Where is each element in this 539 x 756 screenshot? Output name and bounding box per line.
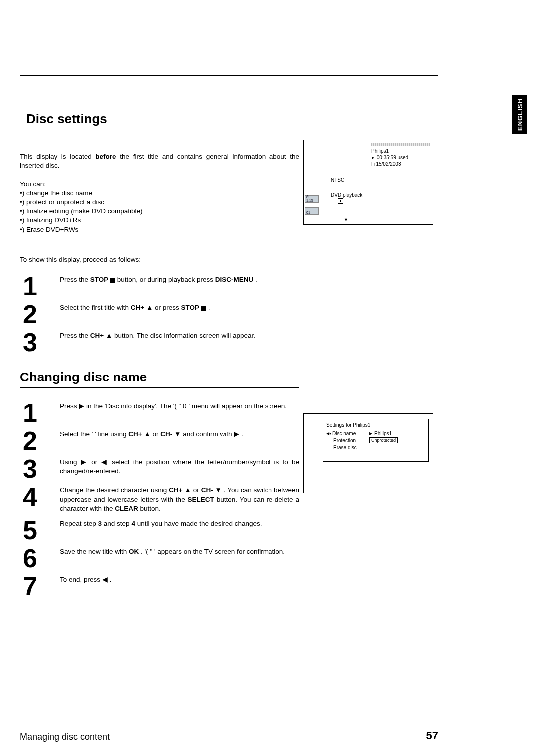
youcan-label: You can: bbox=[20, 180, 299, 189]
cursor-icon: ◀▾ bbox=[326, 431, 331, 436]
bullet-list: You can: •) change the disc name•) prote… bbox=[20, 180, 299, 234]
step-text: Save the new title with OK . '( " ' appe… bbox=[60, 546, 299, 556]
step: 3Press the CH+ ▲ button. The disc inform… bbox=[23, 330, 299, 353]
steps-list-b: 1Press ▶ in the 'Disc info display'. The… bbox=[23, 401, 299, 598]
fig1-thumb-time: 1:15 bbox=[305, 195, 319, 203]
fig2-label: Protection bbox=[333, 438, 356, 443]
fig1-date: Fr15/02/2003 bbox=[371, 161, 430, 167]
step-number: 2 bbox=[23, 430, 51, 452]
fig1-dvd-playback: DVD playback bbox=[331, 192, 362, 198]
step-text: To end, press ◀ . bbox=[60, 574, 299, 584]
arrow-right-icon: ▶ bbox=[369, 431, 372, 436]
disc-info-figure: NTSC DVD playback 1:15 01 ▼ Philips1 ▶ 0… bbox=[303, 140, 433, 225]
settings-menu-figure: Settings for Philips1 ◀▾Disc name▶Philip… bbox=[303, 413, 433, 493]
step-text: Press ▶ in the 'Disc info display'. The … bbox=[60, 401, 299, 411]
fig2-header: Settings for Philips1 bbox=[326, 422, 425, 428]
step: 2Select the first title with CH+ ▲ or pr… bbox=[23, 302, 299, 325]
step: 2Select the ' ' line using CH+ ▲ or CH- … bbox=[23, 429, 299, 452]
footer-chapter: Managing disc content bbox=[20, 732, 110, 742]
step-text: Repeat step 3 and step 4 until you have … bbox=[60, 518, 299, 528]
step: 1Press ▶ in the 'Disc info display'. The… bbox=[23, 401, 299, 424]
step-number: 6 bbox=[23, 547, 51, 569]
section-title: Disc settings bbox=[26, 110, 293, 128]
fig2-value: Philips1 bbox=[374, 431, 392, 436]
bullet-item: •) finalizing DVD+Rs bbox=[20, 216, 299, 225]
bullet-item: •) protect or unprotect a disc bbox=[20, 198, 299, 207]
step: 5Repeat step 3 and step 4 until you have… bbox=[23, 518, 299, 541]
fig2-row: Erase disc bbox=[326, 444, 425, 451]
step: 1Press the STOP button, or during playba… bbox=[23, 274, 299, 297]
step-number: 3 bbox=[23, 331, 51, 353]
step: 4Change the desired character using CH+ … bbox=[23, 485, 299, 513]
stop-icon bbox=[201, 306, 206, 311]
step-number: 4 bbox=[23, 486, 51, 508]
step-number: 1 bbox=[23, 275, 51, 297]
section2-title: Changing disc name bbox=[20, 369, 299, 388]
bullet-item: •) change the disc name bbox=[20, 189, 299, 198]
fig2-label: Disc name bbox=[332, 431, 356, 436]
step-number: 1 bbox=[23, 402, 51, 424]
section-title-box: Disc settings bbox=[20, 105, 299, 135]
bullet-item: •) finalize editing (make DVD compatible… bbox=[20, 207, 299, 216]
fig1-disc-name: Philips1 bbox=[371, 148, 430, 154]
step-text: Select the ' ' line using CH+ ▲ or CH- ▼… bbox=[60, 429, 299, 439]
step-number: 3 bbox=[23, 458, 51, 480]
step-text: Select the first title with CH+ ▲ or pre… bbox=[60, 302, 299, 312]
bullet-item: •) Erase DVD+RWs bbox=[20, 225, 299, 234]
fig1-thumb-index: 01 bbox=[305, 207, 319, 215]
step: 3Using ▶ or ◀ select the position where … bbox=[23, 457, 299, 480]
fig1-stop-icon bbox=[338, 198, 343, 204]
fig1-usage-bar bbox=[371, 143, 430, 146]
language-label: ENGLISH bbox=[516, 98, 524, 131]
intro-paragraph: This display is located before the first… bbox=[20, 152, 299, 170]
stop-icon bbox=[110, 278, 115, 283]
steps-list-a: 1Press the STOP button, or during playba… bbox=[23, 274, 299, 354]
step: 6Save the new title with OK . '( " ' app… bbox=[23, 546, 299, 569]
fig1-used: ▶ 00:35:59 used bbox=[371, 155, 430, 160]
proceed-text: To show this display, proceed as follows… bbox=[20, 255, 299, 264]
step-number: 5 bbox=[23, 519, 51, 541]
fig2-value: Unprotected bbox=[369, 437, 398, 443]
step-text: Press the STOP button, or during playbac… bbox=[60, 274, 299, 284]
fig2-label: Erase disc bbox=[333, 445, 357, 450]
fig2-row: ◀▾Disc name▶Philips1 bbox=[326, 430, 425, 437]
step: 7To end, press ◀ . bbox=[23, 574, 299, 597]
step-number: 7 bbox=[23, 575, 51, 597]
fig1-ntsc: NTSC bbox=[331, 177, 344, 183]
language-tab: ENGLISH bbox=[512, 95, 527, 134]
fig1-arrow-down-icon: ▼ bbox=[344, 217, 348, 222]
step-text: Change the desired character using CH+ ▲… bbox=[60, 485, 299, 513]
top-horizontal-rule bbox=[20, 75, 438, 76]
step-text: Press the CH+ ▲ button. The disc informa… bbox=[60, 330, 299, 340]
page-footer: Managing disc content 57 bbox=[20, 729, 438, 742]
step-number: 2 bbox=[23, 303, 51, 325]
page-number: 57 bbox=[426, 729, 438, 742]
step-text: Using ▶ or ◀ select the position where t… bbox=[60, 457, 299, 476]
fig2-row: ProtectionUnprotected bbox=[326, 437, 425, 444]
